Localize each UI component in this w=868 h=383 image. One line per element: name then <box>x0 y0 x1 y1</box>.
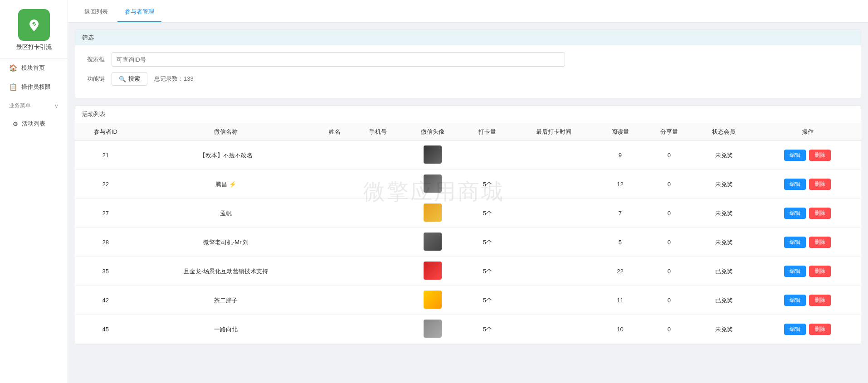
cell-share: 0 <box>644 199 693 228</box>
cell-real-name <box>316 170 353 199</box>
delete-button[interactable]: 删除 <box>809 179 831 190</box>
avatar <box>424 175 442 193</box>
tab-back-to-list[interactable]: 返回列表 <box>77 2 115 22</box>
cell-action: 编辑 删除 <box>754 257 861 286</box>
cell-avatar <box>402 170 463 199</box>
table-row: 27 孟帆 5个 7 0 未兑奖 编辑 删除 <box>75 199 861 228</box>
table-row: 35 且金龙-场景化互动营销技术支持 5个 22 0 已兑奖 编辑 删除 <box>75 257 861 286</box>
cell-last-checkin <box>512 315 596 344</box>
cell-phone <box>353 228 402 257</box>
cell-share: 0 <box>644 141 693 170</box>
cell-read: 11 <box>595 286 644 315</box>
cell-phone <box>353 315 402 344</box>
main-content: 返回列表 参与者管理 筛选 搜索框 功能键 🔍 搜索 <box>68 0 868 383</box>
search-label: 搜索框 <box>84 55 105 63</box>
cell-wechat-name: 一路向北 <box>136 315 316 344</box>
filter-row-actions: 功能键 🔍 搜索 总记录数：133 <box>84 72 852 86</box>
delete-button[interactable]: 删除 <box>809 295 831 306</box>
total-label: 总记录数： <box>154 75 184 82</box>
cell-real-name <box>316 199 353 228</box>
table-row: 22 腾昌 ⚡ 5个 12 0 未兑奖 编辑 删除 <box>75 170 861 199</box>
cell-wechat-name: 且金龙-场景化互动营销技术支持 <box>136 257 316 286</box>
cell-wechat-name: 腾昌 ⚡ <box>136 170 316 199</box>
cell-real-name <box>316 141 353 170</box>
col-header-wechat-name: 微信名称 <box>136 123 316 141</box>
total-records: 总记录数：133 <box>154 75 194 83</box>
data-table: 参与者ID 微信名称 姓名 手机号 微信头像 打卡量 最后打卡时间 阅读量 分享… <box>75 123 861 344</box>
cell-avatar <box>402 199 463 228</box>
sidebar-item-permissions[interactable]: 📋 操作员权限 <box>0 78 68 97</box>
cell-action: 编辑 删除 <box>754 228 861 257</box>
table-row: 21 【欧本】不瘦不改名 9 0 未兑奖 编辑 删除 <box>75 141 861 170</box>
cell-wechat-name: 茶二胖子 <box>136 286 316 315</box>
col-header-action: 操作 <box>754 123 861 141</box>
sidebar-item-activity-list[interactable]: ⚙ 活动列表 <box>0 115 68 132</box>
table-body: 21 【欧本】不瘦不改名 9 0 未兑奖 编辑 删除 22 腾昌 ⚡ 5个 12… <box>75 141 861 344</box>
cell-avatar <box>402 141 463 170</box>
cell-last-checkin <box>512 141 596 170</box>
cell-id: 45 <box>75 315 136 344</box>
edit-button[interactable]: 编辑 <box>784 179 806 190</box>
edit-button[interactable]: 编辑 <box>784 208 806 219</box>
cell-real-name <box>316 315 353 344</box>
cell-last-checkin <box>512 228 596 257</box>
content-area: 筛选 搜索框 功能键 🔍 搜索 总记录数：133 <box>68 23 868 383</box>
filter-body: 搜索框 功能键 🔍 搜索 总记录数：133 <box>75 45 861 98</box>
cell-last-checkin <box>512 286 596 315</box>
tabs-bar: 返回列表 参与者管理 <box>68 0 868 23</box>
cell-checkin: 5个 <box>463 228 512 257</box>
delete-button[interactable]: 删除 <box>809 237 831 248</box>
cell-share: 0 <box>644 315 693 344</box>
col-header-checkin: 打卡量 <box>463 123 512 141</box>
edit-button[interactable]: 编辑 <box>784 237 806 248</box>
cell-real-name <box>316 257 353 286</box>
cell-checkin: 5个 <box>463 257 512 286</box>
avatar <box>424 262 442 280</box>
edit-button[interactable]: 编辑 <box>784 324 806 335</box>
edit-button[interactable]: 编辑 <box>784 150 806 161</box>
col-header-last-checkin: 最后打卡时间 <box>512 123 596 141</box>
col-header-id: 参与者ID <box>75 123 136 141</box>
cell-avatar <box>402 286 463 315</box>
edit-button[interactable]: 编辑 <box>784 266 806 277</box>
delete-button[interactable]: 删除 <box>809 266 831 277</box>
cell-wechat-name: 孟帆 <box>136 199 316 228</box>
table-row: 42 茶二胖子 5个 11 0 已兑奖 编辑 删除 <box>75 286 861 315</box>
delete-button[interactable]: 删除 <box>809 324 831 335</box>
col-header-share: 分享量 <box>644 123 693 141</box>
cell-last-checkin <box>512 257 596 286</box>
cell-phone <box>353 199 402 228</box>
cell-phone <box>353 286 402 315</box>
cell-avatar <box>402 315 463 344</box>
cell-last-checkin <box>512 170 596 199</box>
avatar <box>424 145 442 164</box>
edit-button[interactable]: 编辑 <box>784 295 806 306</box>
search-input[interactable] <box>112 52 565 67</box>
cell-avatar <box>402 257 463 286</box>
cell-read: 10 <box>595 315 644 344</box>
cell-action: 编辑 删除 <box>754 141 861 170</box>
table-row: 28 微擎老司机-Mr.刘 5个 5 0 未兑奖 编辑 删除 <box>75 228 861 257</box>
cell-share: 0 <box>644 257 693 286</box>
cell-id: 21 <box>75 141 136 170</box>
sidebar-section-business: 业务菜单 ∨ <box>0 97 68 115</box>
tab-participant-management[interactable]: 参与者管理 <box>117 2 161 22</box>
col-header-phone: 手机号 <box>353 123 402 141</box>
cell-action: 编辑 删除 <box>754 286 861 315</box>
sidebar-item-home[interactable]: 🏠 模块首页 <box>0 58 68 78</box>
sidebar-nav: 🏠 模块首页 📋 操作员权限 业务菜单 ∨ ⚙ 活动列表 <box>0 58 68 132</box>
avatar <box>424 320 442 338</box>
avatar <box>424 233 442 251</box>
table-row: 45 一路向北 5个 10 0 未兑奖 编辑 删除 <box>75 315 861 344</box>
cell-id: 27 <box>75 199 136 228</box>
search-button[interactable]: 🔍 搜索 <box>112 72 147 86</box>
sidebar-item-permissions-label: 操作员权限 <box>21 83 51 91</box>
filter-actions: 🔍 搜索 总记录数：133 <box>112 72 194 86</box>
cell-read: 22 <box>595 257 644 286</box>
avatar <box>424 204 442 222</box>
col-header-real-name: 姓名 <box>316 123 353 141</box>
delete-button[interactable]: 删除 <box>809 208 831 219</box>
section-label-text: 业务菜单 <box>9 102 31 110</box>
delete-button[interactable]: 删除 <box>809 150 831 161</box>
cell-read: 12 <box>595 170 644 199</box>
